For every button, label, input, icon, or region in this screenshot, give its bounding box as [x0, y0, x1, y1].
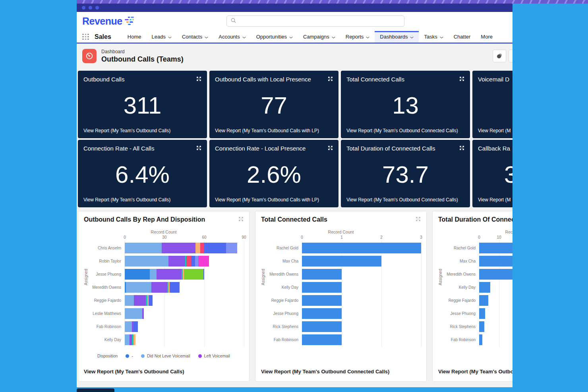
expand-icon[interactable]: [196, 145, 201, 152]
legend-item[interactable]: Did Not Leve Voicemail: [141, 353, 190, 358]
bar[interactable]: [302, 334, 342, 345]
bar-segment[interactable]: [479, 308, 485, 319]
search-input[interactable]: [238, 18, 404, 25]
bar[interactable]: [125, 282, 180, 293]
kpi-card-callback-ra[interactable]: Callback Ra3View Report (M: [472, 140, 513, 207]
nav-item-accounts[interactable]: Accounts: [213, 31, 251, 42]
bar-segment[interactable]: [133, 321, 138, 332]
bar-segment[interactable]: [125, 308, 142, 319]
expand-icon[interactable]: [196, 76, 201, 83]
nav-item-chatter[interactable]: Chatter: [449, 31, 476, 42]
expand-icon[interactable]: [416, 216, 421, 223]
view-report-link[interactable]: View Report (My Team's Outbound Connecte…: [346, 197, 464, 203]
expand-icon[interactable]: [459, 76, 464, 83]
bar[interactable]: [479, 269, 513, 280]
bar-segment[interactable]: [134, 295, 146, 306]
bar-segment[interactable]: [302, 321, 342, 332]
clipped-action-button[interactable]: [509, 50, 513, 62]
bar-segment[interactable]: [479, 295, 488, 306]
bar-segment[interactable]: [125, 256, 168, 266]
bar[interactable]: [302, 295, 342, 306]
kpi-card-outbound-calls-with-local-presence[interactable]: Outbound Calls with Local Presence77View…: [209, 71, 338, 138]
bar[interactable]: [479, 282, 490, 293]
bar-segment[interactable]: [200, 243, 204, 253]
bar[interactable]: [302, 269, 342, 280]
bar-segment[interactable]: [302, 295, 342, 306]
view-report-link[interactable]: View Report (My Team's Outbound Calls wi…: [215, 197, 333, 203]
nav-item-leads[interactable]: Leads: [147, 31, 177, 42]
view-report-link[interactable]: View Report (My Team's Outbound Calls): [84, 369, 184, 375]
bar-segment[interactable]: [150, 269, 157, 280]
bar[interactable]: [125, 321, 138, 332]
app-launcher-icon[interactable]: [82, 34, 89, 40]
bar-segment[interactable]: [149, 295, 153, 306]
bar-segment[interactable]: [479, 334, 482, 345]
global-search[interactable]: [226, 15, 404, 27]
expand-icon[interactable]: [459, 145, 464, 152]
legend-item[interactable]: -: [126, 353, 133, 358]
bar-segment[interactable]: [302, 282, 342, 293]
view-report-link[interactable]: View Report (My Team's Outbound Calls): [83, 128, 201, 133]
bar-segment[interactable]: [125, 295, 134, 306]
bar-segment[interactable]: [162, 243, 195, 253]
nav-item-campaigns[interactable]: Campaigns: [298, 31, 340, 42]
bar-segment[interactable]: [168, 256, 185, 266]
bar-segment[interactable]: [125, 321, 132, 332]
bar-segment[interactable]: [203, 269, 204, 280]
bar-segment[interactable]: [142, 308, 144, 319]
nav-item-dashboards[interactable]: Dashboards: [375, 31, 419, 42]
kpi-card-connection-rate-all-calls[interactable]: Connection Rate - All Calls6.4%View Repo…: [78, 140, 207, 207]
nav-item-reports[interactable]: Reports: [340, 31, 375, 42]
view-report-link[interactable]: View Report (My Team's Outbound Calls wi…: [215, 128, 333, 133]
bar-segment[interactable]: [195, 243, 200, 253]
expand-icon[interactable]: [328, 76, 333, 83]
window-control-dot[interactable]: [89, 6, 92, 10]
bar[interactable]: [479, 243, 513, 253]
bar-segment[interactable]: [170, 282, 180, 293]
bar[interactable]: [302, 308, 342, 319]
bar[interactable]: [125, 308, 144, 319]
bar-segment[interactable]: [125, 269, 150, 280]
nav-item-opportunities[interactable]: Opportunities: [251, 31, 298, 42]
view-report-link[interactable]: View Report (My Team's Outbound Connecte…: [261, 369, 389, 375]
bar-segment[interactable]: [302, 308, 342, 319]
kpi-card-total-connected-calls[interactable]: Total Connected Calls13View Report (My T…: [341, 71, 470, 138]
bar[interactable]: [302, 243, 421, 253]
bar[interactable]: [125, 334, 135, 345]
bar-segment[interactable]: [184, 269, 203, 280]
nav-item-more[interactable]: More: [476, 31, 498, 42]
bar-segment[interactable]: [204, 243, 226, 253]
refresh-button[interactable]: [493, 50, 506, 62]
bar[interactable]: [302, 256, 381, 266]
bar-segment[interactable]: [186, 256, 191, 266]
bar-segment[interactable]: [302, 256, 381, 266]
bar-segment[interactable]: [125, 334, 130, 345]
view-report-link[interactable]: View Report (M: [478, 128, 513, 133]
bar-segment[interactable]: [479, 269, 513, 280]
bar[interactable]: [302, 321, 342, 332]
kpi-card-outbound-calls[interactable]: Outbound Calls311View Report (My Team's …: [78, 71, 207, 138]
bar-segment[interactable]: [479, 256, 513, 266]
bar-segment[interactable]: [157, 269, 182, 280]
bar-segment[interactable]: [479, 321, 484, 332]
window-control-dot[interactable]: [95, 6, 99, 10]
nav-item-contacts[interactable]: Contacts: [177, 31, 213, 42]
nav-item-home[interactable]: Home: [122, 31, 147, 42]
view-report-link[interactable]: View Report (My Team's Outbound Connecte…: [346, 128, 464, 133]
legend-item[interactable]: Left Voicemail: [198, 353, 230, 358]
view-report-link[interactable]: View Report (My Team's Outbound Calls): [83, 197, 201, 203]
bar[interactable]: [125, 243, 237, 253]
bar[interactable]: [125, 256, 209, 266]
bar-segment[interactable]: [302, 334, 342, 345]
kpi-card-total-duration-of-connected-calls[interactable]: Total Duration of Connected Calls73.7Vie…: [341, 140, 470, 207]
bar-segment[interactable]: [125, 243, 162, 253]
bar[interactable]: [125, 269, 204, 280]
bar-segment[interactable]: [479, 282, 490, 293]
view-report-link[interactable]: View Report (My Team's Outbound C: [438, 369, 513, 375]
expand-icon[interactable]: [238, 216, 244, 223]
bar-segment[interactable]: [226, 243, 237, 253]
bar-segment[interactable]: [133, 334, 135, 345]
bar[interactable]: [125, 295, 153, 306]
bar[interactable]: [479, 321, 484, 332]
kpi-card-voicemail-d[interactable]: Voicemail DView Report (M: [472, 71, 513, 138]
